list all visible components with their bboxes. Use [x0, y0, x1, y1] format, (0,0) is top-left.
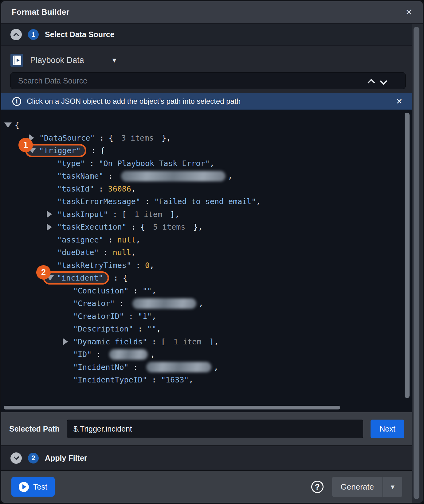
- dialog-content: 1 Select Data Source Playbook Data ▼: [1, 24, 412, 503]
- json-key[interactable]: "Description": [73, 324, 133, 333]
- expand-node-icon[interactable]: [47, 223, 57, 231]
- json-token: 36086: [108, 184, 131, 193]
- json-key[interactable]: "taskErrorMessage": [57, 197, 140, 206]
- json-token: :: [129, 286, 143, 295]
- json-key[interactable]: "taskExecution": [57, 223, 127, 231]
- redacted-value: [146, 362, 211, 372]
- json-key[interactable]: "IncidentNo": [73, 363, 129, 372]
- json-token: : {: [86, 146, 105, 155]
- data-source-dropdown[interactable]: Playbook Data ▼: [10, 52, 139, 69]
- horizontal-scrollbar[interactable]: [4, 406, 340, 409]
- json-token: ,: [189, 375, 193, 384]
- tree-line: "dueDate" : null,: [1, 246, 412, 259]
- banner-close-icon[interactable]: ✕: [396, 97, 402, 106]
- section-title: Select Data Source: [45, 30, 115, 39]
- tree-line: 1"Trigger" : {: [1, 144, 412, 157]
- collapse-node-icon[interactable]: [4, 122, 15, 128]
- json-key[interactable]: "ID": [73, 350, 92, 359]
- json-token: :: [85, 159, 99, 168]
- json-token: ,: [131, 248, 136, 257]
- expand-node-icon[interactable]: [63, 338, 73, 345]
- chevron-up-icon: [13, 32, 19, 38]
- json-token: 1 item: [135, 210, 162, 219]
- json-key[interactable]: "taskId": [57, 184, 94, 193]
- expand-section-icon[interactable]: [10, 452, 22, 464]
- json-token: : [: [108, 210, 127, 219]
- json-token: ,: [131, 184, 136, 193]
- json-token: :: [133, 324, 147, 333]
- json-key[interactable]: "CreatorID": [73, 312, 124, 321]
- footer-right-group: ? Generate ▼: [311, 477, 402, 497]
- outer-scrollbar-thumb[interactable]: [414, 27, 419, 499]
- chevron-down-icon: [13, 454, 19, 460]
- generate-button[interactable]: Generate: [332, 477, 383, 497]
- json-token: 5 items: [153, 223, 185, 231]
- json-token: ,: [210, 159, 214, 168]
- title-bar: Format Builder ✕: [1, 1, 423, 24]
- json-key[interactable]: "Conclusion": [73, 286, 129, 295]
- data-source-section: Playbook Data ▼: [1, 46, 412, 93]
- highlighted-json-key[interactable]: 1"Trigger": [25, 144, 86, 157]
- banner-text: Click on a JSON object to add the object…: [27, 97, 241, 106]
- json-key[interactable]: "Trigger": [39, 146, 80, 155]
- redacted-value: [121, 171, 226, 181]
- json-token: :: [124, 312, 138, 321]
- json-token: 0: [145, 261, 150, 270]
- callout-badge: 1: [18, 138, 33, 152]
- json-key[interactable]: "dueDate": [57, 248, 99, 257]
- json-token: ,: [152, 286, 156, 295]
- next-button[interactable]: Next: [371, 420, 404, 438]
- json-token: },: [193, 223, 202, 231]
- selected-path-input[interactable]: [67, 420, 363, 438]
- info-banner: i Click on a JSON object to add the obje…: [1, 93, 412, 110]
- search-input[interactable]: [10, 72, 406, 89]
- json-key[interactable]: "taskName": [57, 172, 104, 180]
- json-token: :: [147, 375, 161, 384]
- json-token: ,: [214, 363, 218, 372]
- json-key[interactable]: "taskRetryTimes": [57, 261, 131, 270]
- json-token: :: [94, 184, 108, 193]
- search-wrap: [10, 72, 403, 89]
- json-key[interactable]: "IncidentTypeID": [73, 375, 147, 384]
- json-key[interactable]: "type": [57, 159, 85, 168]
- json-token: ],: [209, 337, 218, 346]
- json-token: ,: [199, 299, 203, 308]
- tree-line: "taskRetryTimes" : 0,: [1, 259, 412, 272]
- json-token: :: [104, 235, 117, 244]
- help-icon[interactable]: ?: [311, 481, 324, 493]
- json-token: "": [147, 324, 156, 333]
- json-token: ,: [150, 350, 155, 359]
- json-token: ,: [136, 235, 140, 244]
- page-title: Format Builder: [12, 7, 69, 17]
- json-token: ,: [256, 197, 261, 206]
- json-key[interactable]: "incident": [57, 273, 103, 282]
- tree-line: "taskErrorMessage" : "Failed to send ema…: [1, 195, 412, 208]
- highlighted-json-key[interactable]: 2"incident": [43, 271, 109, 285]
- redacted-value: [109, 349, 148, 360]
- close-icon[interactable]: ✕: [405, 8, 412, 16]
- json-token: ,: [150, 261, 154, 270]
- tree-line: "Dynamic fields" : [1 item],: [1, 335, 412, 348]
- tree-line: "Creator" : ,: [1, 297, 412, 310]
- json-token: :: [129, 363, 143, 372]
- expand-node-icon[interactable]: [47, 211, 57, 218]
- json-token: "On Playbook Task Error": [99, 159, 210, 168]
- json-key[interactable]: "taskInput": [57, 210, 108, 219]
- generate-split-button: Generate ▼: [332, 477, 402, 497]
- generate-dropdown-toggle[interactable]: ▼: [383, 477, 402, 497]
- json-key[interactable]: "Dynamic fields": [73, 337, 147, 346]
- collapse-section-icon[interactable]: [10, 29, 22, 40]
- tree-line: "taskExecution" : {5 items},: [1, 221, 412, 234]
- json-key[interactable]: "Creator": [73, 299, 115, 308]
- tree-line: "type" : "On Playbook Task Error",: [1, 157, 412, 170]
- tree-line: "assignee" : null,: [1, 234, 412, 246]
- json-token: ,: [152, 312, 156, 321]
- json-token: "1": [138, 312, 152, 321]
- json-token: :: [115, 299, 128, 308]
- test-button[interactable]: Test: [11, 477, 55, 497]
- json-key[interactable]: "assignee": [57, 235, 104, 244]
- json-vertical-scrollbar[interactable]: [405, 113, 410, 398]
- json-key[interactable]: "DataSource": [39, 134, 95, 142]
- json-token: :: [131, 261, 145, 270]
- json-token: :: [99, 248, 112, 257]
